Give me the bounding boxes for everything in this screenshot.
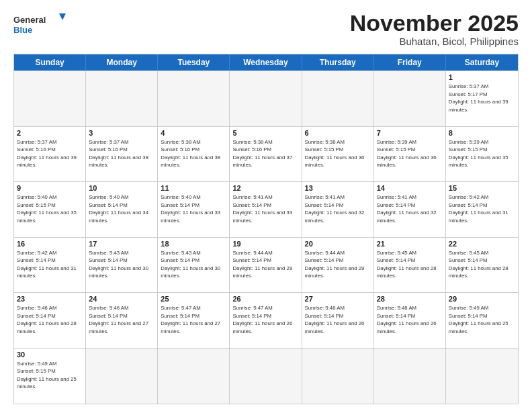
calendar-cell-2-2: 11 Sunrise: 5:40 AMSunset: 5:14 PMDaylig…: [158, 182, 230, 236]
cell-info: Sunrise: 5:37 AMSunset: 5:16 PMDaylight:…: [17, 139, 77, 169]
cell-info: Sunrise: 5:37 AMSunset: 5:17 PMDaylight:…: [449, 83, 508, 113]
day-number: 10: [89, 184, 154, 192]
day-number: 4: [161, 129, 226, 137]
month-title: November 2025: [350, 11, 519, 36]
calendar-cell-0-0: [14, 71, 86, 126]
calendar-cell-4-5: 28 Sunrise: 5:48 AMSunset: 5:14 PMDaylig…: [374, 293, 446, 347]
day-number: 26: [232, 295, 298, 303]
calendar-row-0: 1 Sunrise: 5:37 AMSunset: 5:17 PMDayligh…: [14, 71, 518, 126]
header-sunday: Sunday: [14, 54, 86, 71]
calendar-cell-1-3: 5 Sunrise: 5:38 AMSunset: 5:16 PMDayligh…: [230, 127, 302, 181]
cell-info: Sunrise: 5:38 AMSunset: 5:16 PMDaylight:…: [232, 139, 292, 169]
header-saturday: Saturday: [446, 54, 518, 71]
calendar-cell-0-5: [374, 71, 446, 126]
cell-info: Sunrise: 5:44 AMSunset: 5:14 PMDaylight:…: [305, 250, 365, 279]
calendar-cell-3-4: 20 Sunrise: 5:44 AMSunset: 5:14 PMDaylig…: [302, 238, 374, 292]
day-number: 25: [161, 295, 226, 303]
cell-info: Sunrise: 5:43 AMSunset: 5:14 PMDaylight:…: [161, 250, 220, 279]
day-number: 18: [161, 240, 226, 248]
day-number: 22: [449, 240, 515, 248]
cell-info: Sunrise: 5:39 AMSunset: 5:15 PMDaylight:…: [449, 139, 508, 169]
cell-info: Sunrise: 5:49 AMSunset: 5:15 PMDaylight:…: [17, 361, 77, 390]
day-number: 5: [232, 129, 298, 137]
calendar-cell-5-4: [302, 349, 374, 404]
cell-info: Sunrise: 5:42 AMSunset: 5:14 PMDaylight:…: [17, 250, 77, 279]
calendar-cell-5-0: 30 Sunrise: 5:49 AMSunset: 5:15 PMDaylig…: [14, 349, 86, 404]
day-number: 20: [305, 240, 371, 248]
day-number: 12: [232, 184, 298, 192]
calendar-cell-0-3: [230, 71, 302, 126]
generalblue-logo-icon: General Blue: [13, 11, 67, 38]
day-number: 28: [377, 295, 443, 303]
calendar-cell-2-4: 13 Sunrise: 5:41 AMSunset: 5:14 PMDaylig…: [302, 182, 374, 236]
day-number: 6: [305, 129, 371, 137]
calendar-cell-0-6: 1 Sunrise: 5:37 AMSunset: 5:17 PMDayligh…: [446, 71, 518, 126]
calendar-row-1: 2 Sunrise: 5:37 AMSunset: 5:16 PMDayligh…: [14, 127, 518, 182]
day-number: 3: [89, 129, 154, 137]
calendar-row-2: 9 Sunrise: 5:40 AMSunset: 5:15 PMDayligh…: [14, 182, 518, 237]
calendar-row-5: 30 Sunrise: 5:49 AMSunset: 5:15 PMDaylig…: [14, 349, 518, 404]
day-number: 9: [17, 184, 83, 192]
calendar-cell-2-3: 12 Sunrise: 5:41 AMSunset: 5:14 PMDaylig…: [230, 182, 302, 236]
day-number: 11: [161, 184, 226, 192]
day-number: 16: [17, 240, 83, 248]
page: General Blue November 2025 Buhatan, Bico…: [0, 0, 532, 411]
day-number: 7: [377, 129, 443, 137]
cell-info: Sunrise: 5:38 AMSunset: 5:16 PMDaylight:…: [161, 139, 220, 169]
header-wednesday: Wednesday: [230, 54, 302, 71]
day-number: 15: [449, 184, 515, 192]
day-number: 1: [449, 73, 515, 81]
header-monday: Monday: [86, 54, 158, 71]
calendar-cell-1-4: 6 Sunrise: 5:38 AMSunset: 5:15 PMDayligh…: [302, 127, 374, 181]
calendar-cell-0-2: [158, 71, 230, 126]
cell-info: Sunrise: 5:47 AMSunset: 5:14 PMDaylight:…: [232, 305, 292, 334]
calendar-cell-4-6: 29 Sunrise: 5:49 AMSunset: 5:14 PMDaylig…: [446, 293, 518, 347]
calendar-cell-1-1: 3 Sunrise: 5:37 AMSunset: 5:16 PMDayligh…: [86, 127, 158, 181]
calendar-cell-2-6: 15 Sunrise: 5:42 AMSunset: 5:14 PMDaylig…: [446, 182, 518, 236]
calendar-cell-5-3: [230, 349, 302, 404]
calendar-cell-4-2: 25 Sunrise: 5:47 AMSunset: 5:14 PMDaylig…: [158, 293, 230, 347]
calendar-body: 1 Sunrise: 5:37 AMSunset: 5:17 PMDayligh…: [14, 71, 518, 404]
calendar-cell-1-2: 4 Sunrise: 5:38 AMSunset: 5:16 PMDayligh…: [158, 127, 230, 181]
calendar-cell-3-5: 21 Sunrise: 5:45 AMSunset: 5:14 PMDaylig…: [374, 238, 446, 292]
calendar-cell-2-1: 10 Sunrise: 5:40 AMSunset: 5:14 PMDaylig…: [86, 182, 158, 236]
cell-info: Sunrise: 5:41 AMSunset: 5:14 PMDaylight:…: [232, 194, 292, 224]
cell-info: Sunrise: 5:39 AMSunset: 5:15 PMDaylight:…: [377, 139, 437, 169]
calendar-cell-1-6: 8 Sunrise: 5:39 AMSunset: 5:15 PMDayligh…: [446, 127, 518, 181]
calendar-header: Sunday Monday Tuesday Wednesday Thursday…: [14, 54, 518, 71]
day-number: 19: [232, 240, 298, 248]
cell-info: Sunrise: 5:43 AMSunset: 5:14 PMDaylight:…: [89, 250, 148, 279]
day-number: 13: [305, 184, 371, 192]
calendar-cell-2-0: 9 Sunrise: 5:40 AMSunset: 5:15 PMDayligh…: [14, 182, 86, 236]
cell-info: Sunrise: 5:48 AMSunset: 5:14 PMDaylight:…: [305, 305, 365, 334]
day-number: 30: [17, 351, 83, 359]
calendar-cell-4-1: 24 Sunrise: 5:46 AMSunset: 5:14 PMDaylig…: [86, 293, 158, 347]
cell-info: Sunrise: 5:48 AMSunset: 5:14 PMDaylight:…: [377, 305, 437, 334]
cell-info: Sunrise: 5:49 AMSunset: 5:14 PMDaylight:…: [449, 305, 508, 334]
title-block: November 2025 Buhatan, Bicol, Philippine…: [350, 11, 519, 47]
calendar-cell-3-3: 19 Sunrise: 5:44 AMSunset: 5:14 PMDaylig…: [230, 238, 302, 292]
day-number: 17: [89, 240, 154, 248]
calendar-cell-1-0: 2 Sunrise: 5:37 AMSunset: 5:16 PMDayligh…: [14, 127, 86, 181]
header-tuesday: Tuesday: [158, 54, 230, 71]
calendar: Sunday Monday Tuesday Wednesday Thursday…: [13, 54, 519, 404]
day-number: 29: [449, 295, 515, 303]
calendar-cell-0-4: [302, 71, 374, 126]
calendar-cell-5-1: [86, 349, 158, 404]
cell-info: Sunrise: 5:46 AMSunset: 5:14 PMDaylight:…: [89, 305, 148, 334]
cell-info: Sunrise: 5:41 AMSunset: 5:14 PMDaylight:…: [305, 194, 365, 224]
cell-info: Sunrise: 5:37 AMSunset: 5:16 PMDaylight:…: [89, 139, 148, 169]
calendar-cell-3-1: 17 Sunrise: 5:43 AMSunset: 5:14 PMDaylig…: [86, 238, 158, 292]
calendar-cell-0-1: [86, 71, 158, 126]
day-number: 8: [449, 129, 515, 137]
calendar-row-3: 16 Sunrise: 5:42 AMSunset: 5:14 PMDaylig…: [14, 238, 518, 293]
location: Buhatan, Bicol, Philippines: [350, 36, 519, 47]
cell-info: Sunrise: 5:40 AMSunset: 5:15 PMDaylight:…: [17, 194, 77, 224]
calendar-cell-5-6: [446, 349, 518, 404]
cell-info: Sunrise: 5:45 AMSunset: 5:14 PMDaylight:…: [449, 250, 508, 279]
cell-info: Sunrise: 5:47 AMSunset: 5:14 PMDaylight:…: [161, 305, 220, 334]
calendar-cell-3-6: 22 Sunrise: 5:45 AMSunset: 5:14 PMDaylig…: [446, 238, 518, 292]
calendar-cell-4-0: 23 Sunrise: 5:46 AMSunset: 5:14 PMDaylig…: [14, 293, 86, 347]
header: General Blue November 2025 Buhatan, Bico…: [13, 11, 519, 47]
day-number: 23: [17, 295, 83, 303]
